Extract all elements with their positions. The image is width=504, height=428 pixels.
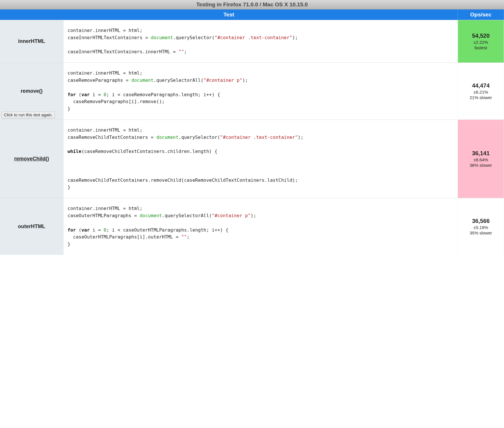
ops-note: fastest xyxy=(460,45,501,50)
table-row: innerHTMLcontainer.innerHTML = html; cas… xyxy=(0,20,504,63)
ops-value: 54,520 xyxy=(460,33,501,39)
rerun-tooltip: Click to run this test again. xyxy=(2,112,55,118)
ops-value: 36,566 xyxy=(460,218,501,224)
ops-note: 21% slower xyxy=(460,95,501,100)
ops-cell: 54,520±2.22%fastest xyxy=(458,20,504,63)
ops-cell: 36,141±8.64%38% slower xyxy=(458,120,504,198)
ops-variance: ±8.64% xyxy=(460,157,501,162)
window-title: Testing in Firefox 71.0.0 / Mac OS X 10.… xyxy=(0,0,504,10)
test-name-cell[interactable]: Click to run this test again.removeChild… xyxy=(0,120,63,198)
test-code: container.innerHTML = html; caseInnerHTM… xyxy=(68,27,454,56)
test-code-cell: container.innerHTML = html; caseRemoveCh… xyxy=(63,120,458,198)
header-ops: Ops/sec xyxy=(458,10,504,20)
test-name-cell[interactable]: innerHTML xyxy=(0,20,63,63)
ops-variance: ±5.18% xyxy=(460,225,501,230)
ops-value: 36,141 xyxy=(460,150,501,157)
ops-variance: ±2.22% xyxy=(460,40,501,45)
test-name-link[interactable]: innerHTML xyxy=(18,38,45,44)
test-name-link[interactable]: removeChild() xyxy=(14,156,49,162)
ops-note: 38% slower xyxy=(460,163,501,168)
test-code-cell: container.innerHTML = html; caseRemovePa… xyxy=(63,63,458,120)
ops-value: 44,474 xyxy=(460,82,501,89)
test-code-cell: container.innerHTML = html; caseInnerHTM… xyxy=(63,20,458,63)
test-code-cell: container.innerHTML = html; caseOuterHTM… xyxy=(63,198,458,255)
ops-variance: ±6.21% xyxy=(460,90,501,94)
test-name-link[interactable]: outerHTML xyxy=(18,224,45,229)
ops-cell: 44,474±6.21%21% slower xyxy=(458,63,504,120)
table-row: remove()container.innerHTML = html; case… xyxy=(0,63,504,120)
test-name-link[interactable]: remove() xyxy=(21,88,43,94)
header-test: Test xyxy=(0,10,458,20)
table-row: outerHTMLcontainer.innerHTML = html; cas… xyxy=(0,198,504,255)
ops-cell: 36,566±5.18%35% slower xyxy=(458,198,504,255)
test-name-cell[interactable]: remove() xyxy=(0,63,63,120)
ops-note: 35% slower xyxy=(460,230,501,235)
benchmark-table: Test Ops/sec innerHTMLcontainer.innerHTM… xyxy=(0,10,504,255)
test-code: container.innerHTML = html; caseRemovePa… xyxy=(68,70,454,113)
table-row: Click to run this test again.removeChild… xyxy=(0,120,504,198)
test-name-cell[interactable]: outerHTML xyxy=(0,198,63,255)
test-code: container.innerHTML = html; caseRemoveCh… xyxy=(68,127,454,191)
test-code: container.innerHTML = html; caseOuterHTM… xyxy=(68,205,454,248)
